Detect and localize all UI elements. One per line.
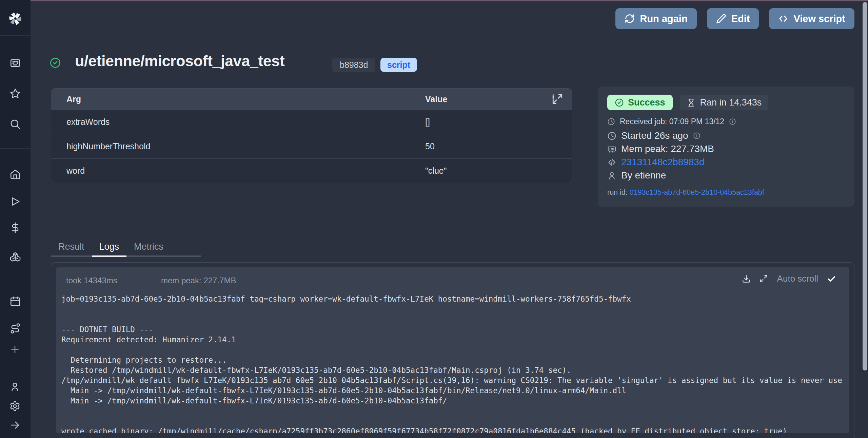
expand-args-icon[interactable] bbox=[552, 93, 563, 105]
status-badge-label: Success bbox=[628, 97, 665, 108]
boxes-icon[interactable] bbox=[9, 251, 21, 262]
edit-label: Edit bbox=[731, 13, 750, 24]
script-kind-badge: script bbox=[380, 58, 417, 72]
run-again-button[interactable]: Run again bbox=[615, 8, 696, 29]
download-icon[interactable] bbox=[742, 274, 751, 283]
sidebar bbox=[0, 0, 31, 438]
dollar-icon[interactable] bbox=[9, 222, 21, 233]
log-took: took 14343ms bbox=[66, 276, 117, 285]
run-again-label: Run again bbox=[640, 13, 687, 24]
code-icon bbox=[778, 14, 788, 24]
col-header-arg: Arg bbox=[66, 94, 425, 104]
run-id-link[interactable]: 0193c135-ab7d-60e5-2b10-04b5ac13fabf bbox=[630, 188, 764, 196]
sidebar-divider bbox=[0, 35, 31, 36]
info-icon[interactable] bbox=[693, 132, 701, 139]
apps-icon[interactable] bbox=[9, 57, 21, 69]
table-row: extraWords [] bbox=[51, 110, 572, 134]
user-icon[interactable] bbox=[9, 381, 21, 393]
run-id-row: run id: 0193c135-ab7d-60e5-2b10-04b5ac13… bbox=[607, 188, 845, 197]
windmill-logo-icon[interactable] bbox=[7, 11, 23, 26]
run-id-label: run id: bbox=[607, 188, 628, 196]
auto-scroll-checkbox[interactable] bbox=[827, 274, 836, 283]
star-icon[interactable] bbox=[9, 88, 21, 99]
col-header-value: Value bbox=[425, 94, 572, 104]
author-label: By etienne bbox=[621, 170, 666, 181]
job-run-page: Run again Edit View script u/etienne/mic… bbox=[0, 0, 868, 438]
args-table-header: Arg Value bbox=[51, 89, 572, 110]
arg-name: extraWords bbox=[66, 117, 425, 127]
duration-label: Ran in 14.343s bbox=[700, 97, 762, 108]
auto-scroll-label: Auto scroll bbox=[777, 273, 818, 284]
view-script-button[interactable]: View script bbox=[769, 8, 854, 29]
author-row: By etienne bbox=[607, 170, 845, 181]
arg-name: word bbox=[66, 166, 425, 176]
search-icon[interactable] bbox=[9, 118, 21, 130]
memory-icon bbox=[607, 145, 616, 154]
clock-icon bbox=[607, 131, 616, 140]
top-accent-strip bbox=[0, 0, 868, 1]
table-row: word "clue" bbox=[51, 158, 572, 183]
received-row: Received job: 07:09 PM 13/12 bbox=[607, 117, 845, 126]
success-check-icon bbox=[50, 57, 61, 69]
arg-value: "clue" bbox=[425, 166, 572, 176]
check-circle-icon bbox=[615, 98, 624, 107]
expand-log-icon[interactable] bbox=[760, 274, 768, 283]
mem-peak-label: Mem peak: 227.73MB bbox=[621, 144, 714, 154]
result-tabs: Result Logs Metrics bbox=[51, 240, 201, 257]
arg-value: 50 bbox=[425, 141, 572, 151]
view-script-label: View script bbox=[793, 13, 845, 24]
plus-icon[interactable] bbox=[9, 344, 21, 356]
code-icon bbox=[607, 158, 616, 167]
duration-chip: Ran in 14.343s bbox=[680, 95, 769, 110]
toolbar: Run again Edit View script bbox=[615, 8, 854, 29]
log-controls: Auto scroll bbox=[742, 273, 836, 284]
script-hash-row: 23131148c2b8983d bbox=[607, 157, 845, 168]
args-table: Arg Value extraWords [] highNumberThresh… bbox=[51, 88, 572, 183]
log-mem-peak: mem peak: 227.7MB bbox=[161, 276, 236, 285]
script-hash-link[interactable]: 23131148c2b8983d bbox=[621, 157, 705, 168]
play-icon[interactable] bbox=[9, 196, 21, 207]
log-lines[interactable]: job=0193c135-ab7d-60e5-2b10-04b5ac13fabf… bbox=[61, 294, 849, 433]
gear-icon[interactable] bbox=[9, 401, 21, 412]
status-badge: Success bbox=[607, 95, 673, 110]
sidebar-divider bbox=[0, 148, 31, 149]
tab-metrics[interactable]: Metrics bbox=[126, 240, 171, 257]
received-label: Received job: 07:09 PM 13/12 bbox=[620, 117, 724, 126]
pencil-icon bbox=[716, 14, 726, 24]
route-icon[interactable] bbox=[9, 323, 21, 334]
hash-badge: b8983d bbox=[332, 58, 375, 72]
tab-logs[interactable]: Logs bbox=[92, 240, 127, 257]
mem-peak-row: Mem peak: 227.73MB bbox=[607, 144, 845, 154]
tab-result[interactable]: Result bbox=[51, 240, 92, 257]
status-panel: Success Ran in 14.343s Received bbox=[598, 87, 854, 207]
refresh-icon bbox=[625, 14, 635, 24]
page-scrollbar-thumb[interactable] bbox=[863, 2, 867, 370]
arg-value: [] bbox=[425, 117, 572, 127]
edit-button[interactable]: Edit bbox=[707, 8, 759, 29]
log-panel-inner: took 14343ms mem peak: 227.7MB Auto scro… bbox=[56, 267, 849, 433]
arrow-right-icon[interactable] bbox=[9, 420, 21, 431]
clock-icon bbox=[607, 118, 615, 126]
page-title: u/etienne/microsoft_java_test bbox=[75, 52, 284, 70]
home-icon[interactable] bbox=[9, 169, 21, 180]
hourglass-icon bbox=[687, 98, 695, 107]
info-icon[interactable] bbox=[729, 118, 736, 125]
user-icon bbox=[607, 171, 616, 180]
arg-name: highNumberThreshold bbox=[66, 141, 425, 151]
started-row: Started 26s ago bbox=[607, 130, 845, 141]
table-row: highNumberThreshold 50 bbox=[51, 134, 572, 158]
started-label: Started 26s ago bbox=[621, 130, 688, 141]
calendar-icon[interactable] bbox=[9, 296, 21, 307]
log-panel: took 14343ms mem peak: 227.7MB Auto scro… bbox=[51, 262, 854, 438]
